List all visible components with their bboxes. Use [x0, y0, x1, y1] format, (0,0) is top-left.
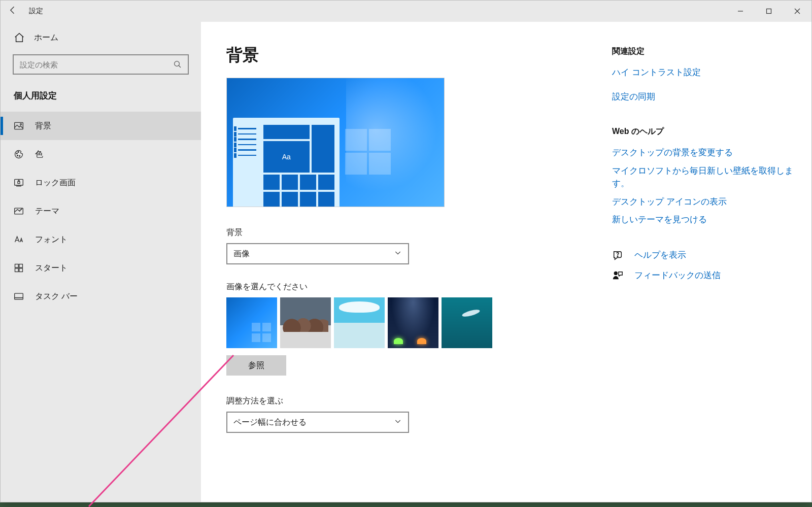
search-input[interactable] [14, 60, 167, 69]
back-button[interactable] [1, 5, 25, 18]
taskbar-icon [14, 291, 25, 301]
home-icon [14, 32, 25, 43]
chevron-down-icon [394, 249, 402, 259]
feedback-label: フィードバックの送信 [634, 270, 721, 281]
nav-label: タスク バー [35, 291, 78, 302]
nav-label: フォント [35, 234, 67, 245]
nav-label: ロック画面 [35, 178, 76, 188]
minimize-button[interactable] [726, 1, 755, 22]
svg-point-18 [617, 256, 618, 257]
preview-mock-window: Aa [233, 118, 340, 207]
nav-item-background[interactable]: 背景 [1, 112, 201, 140]
palette-icon [14, 149, 25, 159]
web-help-header: Web のヘルプ [612, 126, 800, 137]
picture-thumb-4[interactable] [388, 297, 438, 348]
svg-point-5 [16, 153, 17, 154]
picture-thumb-1[interactable] [226, 297, 277, 348]
web-link-daily-wallpaper[interactable]: マイクロソフトから毎日新しい壁紙を取得します。 [612, 164, 800, 190]
maximize-button[interactable] [755, 1, 783, 22]
related-settings-header: 関連設定 [612, 46, 800, 57]
svg-rect-13 [19, 264, 23, 268]
home-label: ホーム [34, 32, 58, 43]
svg-rect-15 [19, 268, 23, 272]
themes-icon [14, 206, 25, 216]
help-icon [612, 250, 623, 261]
page-title: 背景 [226, 44, 551, 66]
web-link-change-bg[interactable]: デスクトップの背景を変更する [612, 146, 800, 159]
select-value: ページ幅に合わせる [233, 417, 307, 428]
svg-point-6 [17, 155, 18, 156]
picture-icon [14, 121, 25, 131]
fit-select[interactable]: ページ幅に合わせる [226, 412, 409, 433]
preview-sample-text: Aa [263, 141, 310, 173]
titlebar: 設定 [1, 1, 811, 22]
nav-label: テーマ [35, 206, 59, 217]
svg-rect-14 [15, 268, 19, 272]
picture-thumb-2[interactable] [280, 297, 331, 348]
nav-list: 背景 色 ロック画面 [1, 112, 201, 311]
picture-thumb-3[interactable] [334, 297, 385, 348]
nav-label: スタート [35, 263, 67, 274]
svg-rect-12 [15, 264, 19, 268]
web-link-find-themes[interactable]: 新しいテーマを見つける [612, 213, 800, 226]
svg-point-8 [18, 152, 19, 153]
browse-button[interactable]: 参照 [226, 355, 286, 376]
nav-item-start[interactable]: スタート [1, 254, 201, 282]
web-link-desktop-icons[interactable]: デスクトップ アイコンの表示 [612, 195, 800, 209]
settings-window: 設定 ホーム [0, 0, 812, 502]
search-icon [167, 60, 188, 69]
svg-point-7 [19, 155, 20, 156]
home-nav[interactable]: ホーム [1, 26, 201, 49]
feedback-icon [612, 270, 623, 281]
background-type-select[interactable]: 画像 [226, 243, 409, 264]
nav-label: 背景 [35, 121, 51, 131]
search-box[interactable] [13, 54, 189, 75]
svg-point-19 [614, 272, 618, 275]
related-link-sync[interactable]: 設定の同期 [612, 90, 800, 104]
svg-point-2 [175, 61, 180, 66]
close-button[interactable] [783, 1, 811, 22]
right-column: 関連設定 ハイ コントラスト設定 設定の同期 Web のヘルプ デスクトップの背… [612, 44, 800, 502]
fonts-icon [14, 234, 25, 245]
background-preview: Aa [226, 78, 445, 207]
related-link-high-contrast[interactable]: ハイ コントラスト設定 [612, 66, 800, 79]
nav-label: 色 [35, 149, 43, 160]
start-icon [14, 263, 25, 273]
sidebar: ホーム 個人用設定 背景 [1, 22, 201, 502]
nav-item-colors[interactable]: 色 [1, 140, 201, 168]
svg-point-4 [20, 123, 22, 125]
choose-picture-label: 画像を選んでください [226, 282, 551, 292]
picture-thumb-5[interactable] [442, 297, 492, 348]
category-header: 個人用設定 [1, 84, 201, 112]
nav-item-lockscreen[interactable]: ロック画面 [1, 168, 201, 197]
nav-item-fonts[interactable]: フォント [1, 225, 201, 254]
lockscreen-icon [14, 178, 25, 188]
svg-rect-10 [18, 182, 20, 184]
help-label: ヘルプを表示 [634, 250, 686, 261]
fit-label: 調整方法を選ぶ [226, 396, 551, 407]
chevron-down-icon [394, 417, 402, 427]
window-title: 設定 [25, 7, 43, 16]
main-content: 背景 Aa 背景 [201, 22, 811, 502]
select-value: 画像 [233, 249, 250, 259]
nav-item-themes[interactable]: テーマ [1, 197, 201, 225]
get-help-link[interactable]: ヘルプを表示 [612, 250, 800, 261]
svg-rect-1 [767, 9, 771, 14]
give-feedback-link[interactable]: フィードバックの送信 [612, 270, 800, 281]
picture-thumbnails [226, 297, 551, 348]
nav-item-taskbar[interactable]: タスク バー [1, 282, 201, 311]
background-type-label: 背景 [226, 227, 551, 238]
